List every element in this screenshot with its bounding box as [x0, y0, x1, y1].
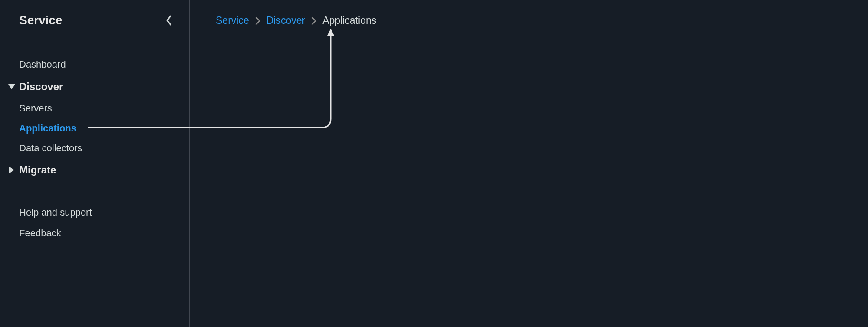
sidebar-divider [12, 194, 177, 194]
breadcrumb-discover[interactable]: Discover [266, 15, 305, 26]
chevron-right-icon [255, 16, 260, 25]
sidebar-item-help[interactable]: Help and support [0, 202, 189, 223]
breadcrumb: Service Discover Applications [216, 15, 868, 26]
sidebar-item-label: Dashboard [19, 59, 66, 70]
sidebar-section-discover[interactable]: Discover [0, 75, 189, 98]
caret-down-icon [8, 83, 16, 91]
sidebar-section-label: Discover [19, 81, 63, 93]
sidebar-item-label: Help and support [19, 207, 92, 218]
sidebar-item-feedback[interactable]: Feedback [0, 223, 189, 244]
sidebar-collapse-button[interactable] [161, 13, 176, 28]
sidebar: Service Dashboard Discover Servers Appli… [0, 0, 190, 327]
sidebar-nav: Dashboard Discover Servers Applications … [0, 42, 189, 244]
sidebar-header: Service [0, 0, 189, 42]
chevron-right-icon [311, 16, 316, 25]
sidebar-item-dashboard[interactable]: Dashboard [0, 54, 189, 75]
sidebar-item-label: Feedback [19, 228, 61, 239]
main-content: Service Discover Applications [190, 0, 868, 327]
sidebar-item-servers[interactable]: Servers [0, 98, 189, 118]
sidebar-section-label: Migrate [19, 164, 56, 176]
breadcrumb-applications: Applications [322, 15, 376, 26]
sidebar-item-label: Servers [19, 103, 52, 114]
sidebar-item-applications[interactable]: Applications [0, 118, 189, 138]
sidebar-section-migrate[interactable]: Migrate [0, 158, 189, 182]
chevron-left-icon [165, 15, 172, 26]
sidebar-item-data-collectors[interactable]: Data collectors [0, 138, 189, 158]
sidebar-item-label: Data collectors [19, 143, 82, 154]
caret-right-icon [8, 166, 16, 174]
breadcrumb-service[interactable]: Service [216, 15, 249, 26]
sidebar-title: Service [19, 13, 62, 27]
sidebar-item-label: Applications [19, 123, 76, 134]
